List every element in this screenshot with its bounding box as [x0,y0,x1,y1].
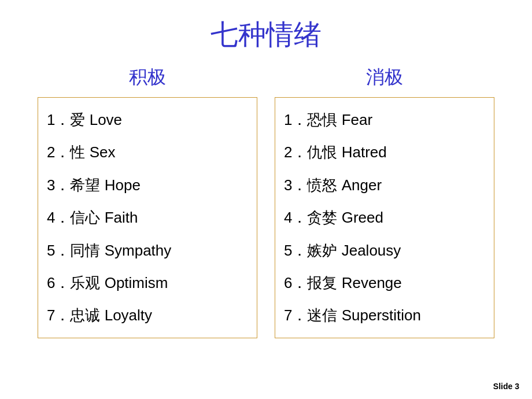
list-item: 3．愤怒 Anger [284,169,482,201]
list-item: 6．乐观 Optimism [47,267,245,299]
columns-container: 积极 1．爱 Love2．性 Sex3．希望 Hope4．信心 Faith5．同… [0,65,532,338]
list-item: 3．希望 Hope [47,169,245,201]
list-item: 4．贪婪 Greed [284,201,482,234]
left-column: 积极 1．爱 Love2．性 Sex3．希望 Hope4．信心 Faith5．同… [38,65,257,338]
list-item: 1．爱 Love [47,104,245,136]
list-item: 2．性 Sex [47,136,245,168]
list-item: 5．嫉妒 Jealousy [284,234,482,267]
left-column-header: 积极 [38,65,257,90]
slide-number: Slide 3 [493,382,519,391]
right-column: 消极 1．恐惧 Fear2．仇恨 Hatred3．愤怒 Anger4．贪婪 Gr… [275,65,494,338]
list-item: 5．同情 Sympathy [47,234,245,267]
list-item: 7．迷信 Superstition [284,299,482,331]
list-item: 2．仇恨 Hatred [284,136,482,168]
right-column-header: 消极 [275,65,494,90]
list-item: 1．恐惧 Fear [284,104,482,136]
list-item: 7．忠诚 Loyalty [47,299,245,331]
left-list-box: 1．爱 Love2．性 Sex3．希望 Hope4．信心 Faith5．同情 S… [38,97,257,338]
list-item: 4．信心 Faith [47,201,245,234]
right-list-box: 1．恐惧 Fear2．仇恨 Hatred3．愤怒 Anger4．贪婪 Greed… [275,97,494,338]
page-title: 七种情绪 [0,16,532,53]
list-item: 6．报复 Revenge [284,267,482,299]
